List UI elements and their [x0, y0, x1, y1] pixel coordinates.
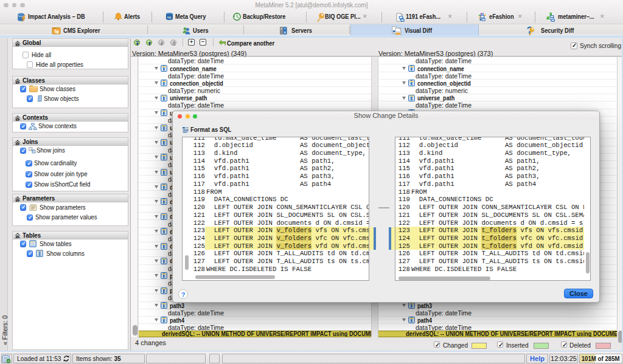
svg-text:SQL: SQL — [167, 16, 172, 19]
